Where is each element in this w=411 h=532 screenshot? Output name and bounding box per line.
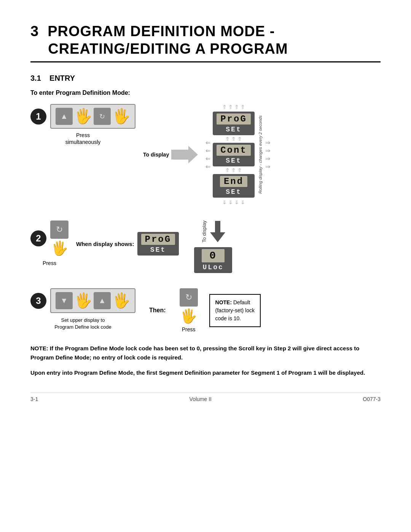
step3-circle: 3 xyxy=(30,293,46,309)
step1-label: 1 xyxy=(36,111,41,122)
step3-buttons: ▼ 🖐 ▲ 🖐 xyxy=(50,288,135,313)
up-chev-icon: ⇑ xyxy=(241,104,245,110)
step3-down-key: ▼ xyxy=(56,292,73,309)
chapter-number: 3 xyxy=(30,23,39,39)
title-line1: PROGRAM DEFINITION MODE - xyxy=(48,23,275,39)
dn-chev-icon: ⇓ xyxy=(234,199,239,205)
note-box: NOTE: Default (factory-set) lock code is… xyxy=(209,294,261,327)
diagram-container: 1 ▲ 🖐 ↻ 🖐 Press simultaneo xyxy=(30,104,381,332)
up-chev-icon: ⇑ xyxy=(234,104,239,110)
refresh-icon: ↻ xyxy=(99,112,105,121)
step2-press-label: Press xyxy=(43,260,56,266)
section-heading: ENTRY xyxy=(49,74,75,82)
step3-hand1-icon: 🖐 xyxy=(74,292,92,309)
step2-left: 2 ↻ 🖐 Press xyxy=(30,220,68,266)
right-chevrons: ⇒ ⇒ ⇒ ⇒ xyxy=(265,139,270,170)
down-arrow-stem xyxy=(215,221,220,232)
up-chev-icon: ⇑ xyxy=(237,167,242,173)
step1-press-label: Press simultaneously xyxy=(65,132,101,145)
step2-key-area: ↻ 🖐 xyxy=(50,220,68,256)
step2-prog-display: ProG SEt xyxy=(137,232,179,256)
cont-bot: SEt xyxy=(226,157,241,165)
step3-press-col: ↻ 🖐 Press xyxy=(180,288,198,332)
hand1-icon: 🖐 xyxy=(74,108,92,125)
step1-left: 1 ▲ 🖐 ↻ 🖐 Press simultaneo xyxy=(30,104,135,145)
footer-left: 3-1 xyxy=(30,396,38,402)
uloc-top: 0 xyxy=(202,249,225,262)
step3-refresh-icon: ↻ xyxy=(185,292,192,302)
chev-icon: ⇐ xyxy=(206,155,210,162)
chev-icon: ⇐ xyxy=(206,139,210,146)
chapter-title: 3 PROGRAM DEFINITION MODE - CREATING/EDI… xyxy=(30,23,381,58)
up-chev-icon: ⇑ xyxy=(228,104,233,110)
step3-refresh-key: ↻ xyxy=(180,288,198,307)
step3-up-icon: ▲ xyxy=(99,296,106,305)
dn-chev-icon: ⇓ xyxy=(228,199,233,205)
up-arrow-key: ▲ xyxy=(56,108,73,125)
step1-buttons: ▲ 🖐 ↻ 🖐 xyxy=(50,104,135,129)
step3-left: 3 ▼ 🖐 ▲ 🖐 Set upper displa xyxy=(30,288,135,331)
chev-icon: ⇒ xyxy=(265,139,270,146)
step2-result-area: To display 0 ULoc xyxy=(194,220,232,273)
up-chev-icon: ⇑ xyxy=(225,136,230,142)
step3-row: 3 ▼ 🖐 ▲ 🖐 Set upper displa xyxy=(30,288,381,332)
hand2-icon: 🖐 xyxy=(112,108,130,125)
end-top: End xyxy=(220,176,247,187)
page-footer: 3-1 Volume II O077-3 xyxy=(30,393,381,402)
footer-center: Volume II xyxy=(190,396,212,402)
step3-up-key: ▲ xyxy=(94,292,111,309)
prog-top: ProG xyxy=(217,113,251,125)
step3-hand3-icon: 🖐 xyxy=(180,308,197,324)
chev-icon: ⇐ xyxy=(206,147,210,154)
rolling-panels: ⇑ ⇑ ⇑ ⇑ ProG SEt ⇑ ⇑ ⇑ Cont xyxy=(213,104,255,205)
refresh-key: ↻ xyxy=(94,108,111,125)
up-arrow-icon: ▲ xyxy=(61,112,68,121)
step1-arrow-area: To display xyxy=(143,145,198,164)
prog-bot: SEt xyxy=(226,126,241,133)
dn-chev-icon: ⇓ xyxy=(222,199,227,205)
note-bold: NOTE: xyxy=(215,299,232,305)
page-header: 3 PROGRAM DEFINITION MODE - CREATING/EDI… xyxy=(30,23,381,62)
up-chev-icon: ⇑ xyxy=(237,136,242,142)
up-chev-icon: ⇑ xyxy=(231,136,236,142)
step2-row: 2 ↻ 🖐 Press When display shows: ProG SEt xyxy=(30,220,381,273)
chev-icon: ⇐ xyxy=(206,163,210,170)
step2-label: 2 xyxy=(36,233,41,244)
up-chev-icon: ⇑ xyxy=(231,167,236,173)
step3-then-label: Then: xyxy=(149,307,166,314)
up-chev-icon: ⇑ xyxy=(222,104,227,110)
step3-key-area: ↻ 🖐 xyxy=(180,288,198,324)
end-bot: SEt xyxy=(226,188,241,196)
step2-when-label: When display shows: xyxy=(76,241,134,247)
step2-to-display-label: To display xyxy=(201,220,207,243)
svg-marker-0 xyxy=(171,146,198,163)
chev-icon: ⇒ xyxy=(265,155,270,162)
note1-paragraph: NOTE: If the Program Define Mode lock co… xyxy=(30,344,381,362)
title-line2: CREATING/EDITING A PROGRAM xyxy=(48,41,288,57)
chev-icon: ⇒ xyxy=(265,147,270,154)
dn-chev-icon: ⇓ xyxy=(241,199,245,205)
section-title: 3.1 ENTRY xyxy=(30,74,381,83)
rolling-label: Rolling display - changes every 2 second… xyxy=(258,115,263,193)
step2-result-display: 0 ULoc xyxy=(194,247,232,273)
step2-when-area: When display shows: ProG SEt xyxy=(76,232,179,256)
uloc-bot: ULoc xyxy=(203,264,224,271)
step2-prog-top: ProG xyxy=(141,234,175,245)
step3-set-label: Set upper display to Program Define lock… xyxy=(54,317,112,331)
uloc-display: 0 ULoc xyxy=(194,247,232,273)
step2-prog-bot: SEt xyxy=(150,246,166,254)
step3-press-label: Press xyxy=(182,326,196,332)
cont-top: Cont xyxy=(217,145,251,156)
top-chevrons: ⇐ ⇐ ⇐ ⇐ xyxy=(206,139,210,170)
up-chev-icon: ⇑ xyxy=(225,167,230,173)
down-arrow-head xyxy=(210,232,225,242)
step3-down-icon: ▼ xyxy=(61,296,68,305)
step2-hand-icon: 🖐 xyxy=(51,240,68,256)
step1-right: ⇐ ⇐ ⇐ ⇐ ⇑ ⇑ ⇑ ⇑ ProG SEt xyxy=(206,104,270,205)
step1-to-display: To display xyxy=(143,152,169,158)
step3-label: 3 xyxy=(36,296,41,306)
step1-row: 1 ▲ 🖐 ↻ 🖐 Press simultaneo xyxy=(30,104,381,205)
intro-text: To enter Program Definition Mode: xyxy=(30,89,381,96)
section-number: 3.1 xyxy=(30,74,41,82)
chev-icon: ⇒ xyxy=(265,163,270,170)
